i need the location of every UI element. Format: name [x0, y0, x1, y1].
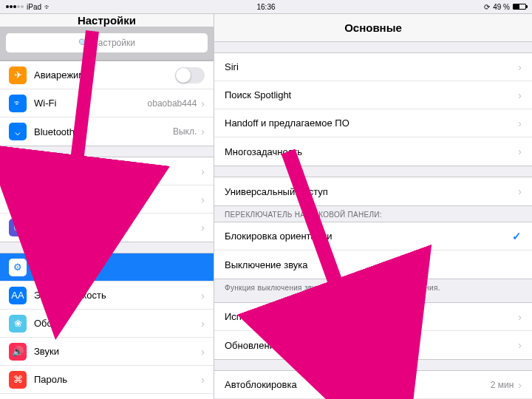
detail-row-label: Многозадачность: [225, 146, 518, 157]
checkmark-icon: ✓: [512, 230, 522, 243]
sidebar-item-dnd[interactable]: ☾Не беспокоить›: [0, 214, 214, 242]
chevron-right-icon: ›: [201, 126, 205, 137]
sidebar-item-bt[interactable]: ⌵BluetoothВыкл.›: [0, 117, 214, 146]
sidebar-title: Настройки: [0, 14, 214, 27]
chevron-right-icon: ›: [518, 379, 522, 391]
section-header: ПЕРЕКЛЮЧАТЕЛЬ НА БОКОВОЙ ПАНЕЛИ:: [214, 206, 532, 219]
detail-row[interactable]: Автоблокировка2 мин›: [214, 371, 532, 399]
sidebar-item-label: Обои: [34, 318, 201, 329]
sidebar-item-sound[interactable]: 🔊Звуки›: [0, 338, 214, 366]
sidebar-item-label: Пароль: [34, 374, 201, 385]
sidebar: Настройки 🔍 Настройки ✈АвиарежимᯤWi-Fiob…: [0, 14, 214, 399]
search-input[interactable]: 🔍 Настройки: [6, 33, 208, 52]
detail-row[interactable]: Выключение звука: [214, 250, 532, 279]
detail-row-label: Обновление контента: [225, 340, 518, 351]
detail-row[interactable]: Блокировка ориентации✓: [214, 222, 532, 250]
detail-row-value: 2 мин: [491, 380, 514, 390]
sidebar-item-general[interactable]: ⚙Основные: [0, 253, 214, 282]
chevron-right-icon: ›: [201, 374, 205, 386]
sound-icon: 🔊: [9, 343, 27, 361]
wifi-icon: ᯤ: [9, 95, 27, 112]
detail-row-label: Поиск Spotlight: [225, 89, 518, 100]
chevron-right-icon: ›: [201, 318, 205, 330]
detail-row[interactable]: Обновление контента›: [214, 331, 532, 359]
sidebar-item-notif[interactable]: ☐Уведомления›: [0, 157, 214, 185]
detail-row-label: Использование хранилища и iCloud: [225, 311, 518, 322]
detail-row[interactable]: Поиск Spotlight›: [214, 81, 532, 109]
chevron-right-icon: ›: [201, 194, 205, 205]
sidebar-item-label: Экран и яркость: [34, 290, 201, 301]
airplane-icon: ✈: [9, 66, 27, 84]
wall-icon: ❀: [9, 315, 27, 332]
pass-icon: ⌘: [9, 371, 27, 389]
detail-title: Основные: [214, 14, 532, 42]
chevron-right-icon: ›: [201, 166, 205, 177]
detail-pane: Основные Siri›Поиск Spotlight›Handoff и …: [214, 14, 532, 399]
sidebar-item-batt[interactable]: ▮Аккумулятор›: [0, 394, 214, 399]
notif-icon: ☐: [9, 163, 27, 180]
detail-row[interactable]: Использование хранилища и iCloud›: [214, 303, 532, 331]
detail-row-label: Выключение звука: [225, 259, 522, 270]
detail-row-label: Универсальный доступ: [225, 186, 518, 197]
chevron-right-icon: ›: [201, 346, 205, 358]
chevron-right-icon: ›: [518, 117, 522, 129]
detail-row-label: Handoff и предлагаемое ПО: [225, 117, 518, 129]
sidebar-item-display[interactable]: AAЭкран и яркость›: [0, 282, 214, 310]
chevron-right-icon: ›: [518, 61, 522, 73]
chevron-right-icon: ›: [518, 146, 522, 157]
chevron-right-icon: ›: [518, 339, 522, 351]
search-wrap: 🔍 Настройки: [0, 27, 214, 61]
sidebar-item-label: Авиарежим: [34, 69, 175, 81]
dnd-icon: ☾: [9, 219, 27, 236]
search-placeholder: Настройки: [92, 38, 135, 48]
section-footer: Функция выключения звука доступна в Пунк…: [214, 279, 532, 292]
detail-row[interactable]: Siri›: [214, 53, 532, 81]
sidebar-item-value: obaobab444: [148, 98, 197, 109]
status-time: 16:36: [0, 3, 532, 11]
detail-row[interactable]: Многозадачность›: [214, 137, 532, 166]
search-icon: 🔍: [78, 38, 89, 48]
chevron-right-icon: ›: [518, 311, 522, 323]
sidebar-item-wall[interactable]: ❀Обои›: [0, 310, 214, 338]
bt-icon: ⌵: [9, 123, 27, 140]
display-icon: AA: [9, 287, 27, 304]
detail-row[interactable]: Универсальный доступ›: [214, 177, 532, 205]
sidebar-item-value: Выкл.: [173, 126, 197, 137]
sidebar-item-pass[interactable]: ⌘Пароль›: [0, 366, 214, 394]
cc-icon: ◎: [9, 191, 27, 208]
chevron-right-icon: ›: [201, 290, 205, 301]
chevron-right-icon: ›: [201, 222, 205, 233]
sidebar-item-label: Основные: [34, 262, 205, 273]
airplane-toggle[interactable]: [175, 67, 205, 83]
chevron-right-icon: ›: [201, 98, 205, 109]
sidebar-item-airplane[interactable]: ✈Авиарежим: [0, 61, 214, 89]
sidebar-item-label: Уведомления: [34, 166, 201, 177]
sidebar-item-wifi[interactable]: ᯤWi-Fiobaobab444›: [0, 89, 214, 117]
sidebar-item-cc[interactable]: ◎Пункт управления›: [0, 185, 214, 214]
sidebar-item-label: Bluetooth: [34, 126, 168, 137]
sidebar-item-label: Wi-Fi: [34, 98, 143, 109]
detail-row-label: Siri: [225, 61, 518, 72]
detail-row-label: Блокировка ориентации: [225, 231, 512, 242]
sidebar-item-label: Пункт управления: [34, 194, 201, 205]
sidebar-item-label: Звуки: [34, 346, 201, 357]
detail-row[interactable]: Handoff и предлагаемое ПО›: [214, 109, 532, 137]
chevron-right-icon: ›: [518, 185, 522, 197]
status-bar: iPad ᯤ 16:36 ⟳ 49 %: [0, 0, 532, 13]
sidebar-item-label: Не беспокоить: [34, 222, 201, 233]
battery-icon: [513, 4, 526, 10]
chevron-right-icon: ›: [518, 89, 522, 101]
detail-row-label: Автоблокировка: [225, 379, 491, 390]
general-icon: ⚙: [9, 259, 27, 276]
